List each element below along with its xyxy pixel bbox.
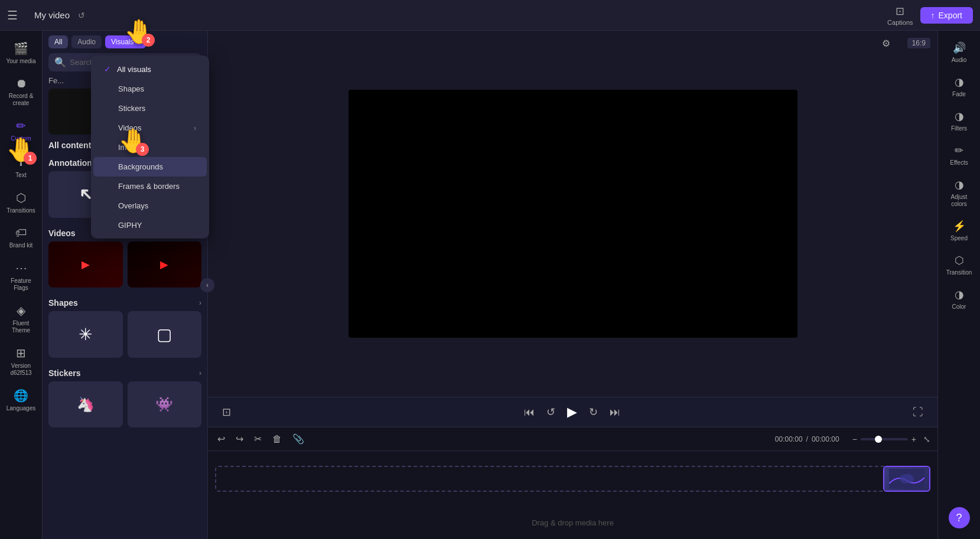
- captions-label: Captions: [887, 19, 913, 26]
- right-sidebar-audio[interactable]: 🔊 Audio: [940, 37, 978, 68]
- your-media-icon: 🎬: [14, 41, 28, 55]
- zoom-in-icon[interactable]: +: [911, 435, 916, 444]
- sidebar-item-label: Record & create: [5, 93, 38, 107]
- sticker-thumb-2[interactable]: 👾: [128, 381, 202, 427]
- sidebar-item-languages[interactable]: 🌐 Languages: [2, 384, 40, 417]
- version-icon: ⊞: [16, 346, 26, 360]
- sidebar-item-text[interactable]: T Text: [2, 149, 40, 184]
- right-sidebar-adjust-colors[interactable]: ◑ Adjust colors: [940, 174, 978, 213]
- dropdown-item-stickers[interactable]: Stickers: [93, 99, 207, 118]
- play-button[interactable]: ▶: [565, 402, 579, 422]
- undo-button[interactable]: ↩: [215, 432, 227, 446]
- zoom-bar: − + ⤡: [852, 435, 930, 444]
- stickers-arrow[interactable]: ›: [199, 369, 201, 377]
- filters-label: Filters: [951, 125, 967, 132]
- brand-kit-icon: 🏷: [15, 226, 27, 240]
- collapse-panel-button[interactable]: ‹: [200, 278, 214, 292]
- sidebar-item-transitions[interactable]: ⬡ Transitions: [2, 186, 40, 219]
- cut-button[interactable]: ✂: [252, 432, 264, 446]
- sidebar-item-label: Feature Flags: [5, 277, 38, 292]
- captions-icon: ⊡: [896, 5, 904, 18]
- track-lane: [215, 461, 930, 496]
- sidebar-item-your-media[interactable]: 🎬 Your media: [2, 37, 40, 70]
- rewind-button[interactable]: ↺: [544, 403, 558, 421]
- right-sidebar-transition[interactable]: ⬡ Transition: [940, 249, 978, 281]
- visuals-dropdown: ✓ All visuals Shapes Stickers Videos › I…: [91, 55, 209, 239]
- dropdown-item-all-visuals[interactable]: ✓ All visuals: [93, 59, 207, 79]
- hamburger-icon[interactable]: ☰: [7, 8, 18, 22]
- clip-button[interactable]: 📎: [290, 432, 307, 446]
- dropdown-item-videos[interactable]: Videos ›: [93, 118, 207, 138]
- aspect-ratio-badge: 16:9: [907, 38, 930, 48]
- dropdown-item-images[interactable]: Images: [93, 138, 207, 157]
- preview-controls: ⊡ ⏮ ↺ ▶ ↻ ⏭: [208, 397, 937, 427]
- videos-grid: ▶ ▶: [48, 241, 201, 288]
- help-button[interactable]: ?: [949, 507, 970, 528]
- sidebar-item-record-create[interactable]: ⏺ Record & create: [2, 72, 40, 112]
- dropdown-item-frames-borders[interactable]: Frames & borders: [93, 177, 207, 196]
- expand-timeline-icon[interactable]: ⤡: [923, 435, 930, 444]
- dropdown-item-backgrounds[interactable]: Backgrounds: [93, 157, 207, 177]
- stickers-grid: 🦄 👾: [48, 381, 201, 427]
- video-thumb-1[interactable]: ▶: [48, 241, 123, 288]
- zoom-out-icon[interactable]: −: [852, 435, 857, 444]
- check-icon: ✓: [104, 64, 111, 74]
- speed-label: Speed: [950, 235, 968, 242]
- right-sidebar-effects[interactable]: ✏ Effects: [940, 139, 978, 171]
- skip-back-button[interactable]: ⏮: [522, 404, 537, 421]
- topbar: ☰ My video ↺ ⊡ Captions ↑ Export: [0, 0, 980, 31]
- zoom-slider[interactable]: [861, 438, 908, 440]
- right-sidebar-speed[interactable]: ⚡ Speed: [940, 215, 978, 247]
- shape-thumb-1[interactable]: ✳: [48, 311, 123, 357]
- sidebar-item-label: Version d62f513: [5, 362, 38, 377]
- sidebar-item-label: Transitions: [6, 207, 35, 214]
- tab-all[interactable]: All: [48, 35, 68, 48]
- shapes-arrow[interactable]: ›: [199, 299, 201, 307]
- dropdown-item-giphy[interactable]: GIPHY: [93, 215, 207, 235]
- timeline-time: 00:00:00 / 00:00:00: [775, 435, 839, 443]
- tab-audio[interactable]: Audio: [71, 35, 102, 48]
- video-thumb-2[interactable]: ▶: [128, 241, 202, 288]
- forward-icon: ↻: [589, 406, 598, 418]
- topbar-right: ⊡ Captions ↑ Export: [887, 5, 973, 26]
- right-sidebar-filters[interactable]: ◑ Filters: [940, 105, 978, 137]
- redo-button[interactable]: ↪: [233, 432, 246, 446]
- skip-forward-button[interactable]: ⏭: [607, 404, 623, 421]
- chevron-down-icon: ▾: [136, 38, 140, 46]
- sticker-thumb-1[interactable]: 🦄: [48, 381, 123, 427]
- refresh-icon[interactable]: ↺: [78, 11, 85, 20]
- preview-right-controls: ⛶: [910, 404, 926, 421]
- delete-button[interactable]: 🗑: [270, 433, 284, 446]
- track-thumbnail[interactable]: [883, 466, 930, 492]
- forward-button[interactable]: ↻: [587, 403, 600, 421]
- canvas-settings-icon[interactable]: ⚙: [882, 38, 890, 49]
- track-thumb-image: [884, 467, 929, 491]
- sidebar-item-version[interactable]: ⊞ Version d62f513: [2, 341, 40, 381]
- sidebar-item-feature-flags[interactable]: ⋯ Feature Flags: [2, 256, 40, 296]
- sidebar-item-brand-kit[interactable]: 🏷 Brand kit: [2, 221, 40, 254]
- video-title: My video: [34, 10, 70, 20]
- shape-thumb-2[interactable]: ▢: [128, 311, 202, 357]
- dropdown-item-shapes[interactable]: Shapes: [93, 79, 207, 99]
- dropdown-label: Stickers: [118, 104, 145, 113]
- fade-icon: ◑: [955, 76, 964, 89]
- right-sidebar-fade[interactable]: ◑ Fade: [940, 71, 978, 103]
- sidebar-item-label: Fluent Theme: [5, 320, 38, 334]
- skip-forward-icon: ⏭: [610, 406, 620, 418]
- captions-button[interactable]: ⊡ Captions: [887, 5, 913, 26]
- sidebar-item-fluent-theme[interactable]: ◈ Fluent Theme: [2, 299, 40, 339]
- track-dashed-border: [215, 466, 930, 492]
- fullscreen-button[interactable]: ⛶: [910, 404, 926, 421]
- shapes-grid: ✳ ▢: [48, 311, 201, 357]
- dropdown-item-overlays[interactable]: Overlays: [93, 196, 207, 215]
- sidebar-item-custom[interactable]: ✏ Custom: [2, 114, 40, 147]
- tab-visuals[interactable]: Visuals ▾: [105, 35, 145, 48]
- right-sidebar-color[interactable]: ◑ Color: [940, 283, 978, 315]
- dropdown-label: Frames & borders: [118, 182, 180, 191]
- transitions-icon: ⬡: [16, 191, 26, 205]
- export-button[interactable]: ↑ Export: [920, 7, 973, 24]
- sticker-unicorn-icon: 🦄: [77, 396, 95, 413]
- effects-label: Effects: [950, 159, 968, 166]
- right-sidebar: 🔊 Audio ◑ Fade ◑ Filters ✏ Effects ◑ Adj…: [937, 31, 980, 539]
- subtitle-button[interactable]: ⊡: [220, 403, 233, 421]
